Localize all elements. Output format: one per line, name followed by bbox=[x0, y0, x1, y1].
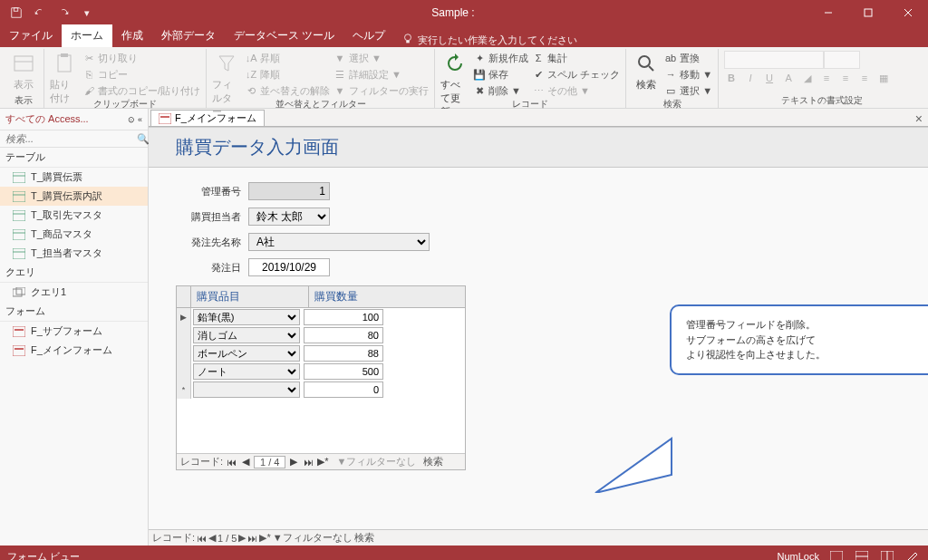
item-select[interactable]: 鉛筆(黒) bbox=[193, 309, 300, 325]
view-button[interactable]: 表示 bbox=[9, 51, 38, 92]
nav-item-table[interactable]: T_担当者マスタ bbox=[0, 244, 148, 263]
nav-new-button[interactable]: ▶* bbox=[316, 456, 329, 468]
nav-last-button[interactable]: ⏭ bbox=[302, 457, 314, 468]
nav-search[interactable]: 検索 bbox=[423, 455, 443, 468]
vendor-select[interactable]: A社 bbox=[248, 233, 430, 251]
paste-button[interactable]: 貼り付け bbox=[50, 51, 79, 105]
item-select[interactable] bbox=[193, 381, 300, 398]
tab-database-tools[interactable]: データベース ツール bbox=[225, 24, 343, 47]
undo-icon[interactable] bbox=[29, 3, 51, 23]
row-selector[interactable]: ▶ bbox=[177, 308, 191, 326]
find-button[interactable]: 検索 bbox=[632, 51, 661, 92]
selection-filter-button[interactable]: ▼選択 ▼ bbox=[334, 51, 429, 65]
nav-search[interactable]: 検索 bbox=[354, 531, 374, 545]
close-button[interactable] bbox=[888, 0, 928, 25]
design-view-icon[interactable] bbox=[904, 549, 921, 560]
totals-button[interactable]: Σ集計 bbox=[532, 51, 620, 65]
nav-first-button[interactable]: ⏮ bbox=[197, 533, 207, 544]
copy-button[interactable]: ⎘コピー bbox=[82, 67, 200, 82]
save-record-button[interactable]: 💾保存 bbox=[473, 67, 528, 82]
tab-file[interactable]: ファイル bbox=[0, 24, 62, 47]
advanced-filter-button[interactable]: ☰詳細設定 ▼ bbox=[334, 67, 429, 82]
row-selector[interactable] bbox=[177, 344, 191, 362]
minimize-button[interactable] bbox=[808, 0, 848, 25]
nav-item-table[interactable]: T_購買伝票 bbox=[0, 168, 148, 187]
item-select[interactable]: 消しゴム bbox=[193, 327, 300, 343]
goto-button[interactable]: →移動 ▼ bbox=[664, 67, 712, 82]
replace-button[interactable]: ab置換 bbox=[664, 51, 712, 65]
nav-position[interactable]: 1 / 5 bbox=[218, 533, 237, 544]
subform-row[interactable]: * bbox=[177, 381, 465, 399]
nav-search-input[interactable] bbox=[0, 130, 137, 147]
nav-item-form[interactable]: F_メインフォーム bbox=[0, 341, 148, 360]
nav-category-queries[interactable]: クエリ bbox=[0, 263, 148, 283]
subform-row[interactable]: ノート bbox=[177, 362, 465, 381]
tab-external-data[interactable]: 外部データ bbox=[152, 24, 225, 47]
tell-me[interactable]: 実行したい作業を入力してください bbox=[394, 33, 585, 47]
nav-prev-button[interactable]: ◀ bbox=[208, 532, 216, 544]
qat-customize-icon[interactable]: ▾ bbox=[76, 3, 98, 23]
nav-item-table[interactable]: T_購買伝票内訳 bbox=[0, 187, 148, 206]
cut-button[interactable]: ✂切り取り bbox=[82, 51, 200, 65]
font-color-button[interactable]: A bbox=[781, 72, 796, 87]
fill-color-button[interactable]: ◢ bbox=[800, 72, 815, 87]
qty-input[interactable] bbox=[304, 345, 383, 362]
item-select[interactable]: ノート bbox=[193, 363, 300, 380]
nav-next-button[interactable]: ▶ bbox=[238, 532, 246, 544]
document-tab[interactable]: F_メインフォーム bbox=[150, 110, 265, 126]
delete-record-button[interactable]: ✖削除 ▼ bbox=[473, 83, 528, 98]
more-records-button[interactable]: ⋯その他 ▼ bbox=[532, 83, 620, 98]
nav-header[interactable]: すべての Access... ⊙ « bbox=[0, 109, 148, 130]
save-icon[interactable] bbox=[5, 3, 27, 23]
bold-button[interactable]: B bbox=[724, 72, 739, 87]
clear-sort-button[interactable]: ⟲並べ替えの解除 bbox=[245, 83, 330, 98]
select-button[interactable]: ▭選択 ▼ bbox=[664, 83, 712, 98]
row-selector[interactable]: * bbox=[177, 381, 191, 399]
tab-help[interactable]: ヘルプ bbox=[343, 24, 394, 47]
row-selector[interactable] bbox=[177, 326, 191, 344]
row-selector[interactable] bbox=[177, 362, 191, 381]
qty-input[interactable] bbox=[304, 327, 383, 343]
person-select[interactable]: 鈴木 太郎 bbox=[248, 208, 330, 226]
subform-row[interactable]: 消しゴム bbox=[177, 326, 465, 344]
font-family-combo[interactable] bbox=[724, 51, 824, 69]
nav-category-forms[interactable]: フォーム bbox=[0, 302, 148, 322]
nav-item-form[interactable]: F_サブフォーム bbox=[0, 322, 148, 341]
sort-asc-button[interactable]: ↓A昇順 bbox=[245, 51, 330, 65]
nav-last-button[interactable]: ⏭ bbox=[247, 533, 257, 544]
nav-item-table[interactable]: T_商品マスタ bbox=[0, 225, 148, 244]
datasheet-view-icon[interactable] bbox=[854, 549, 870, 560]
nav-first-button[interactable]: ⏮ bbox=[225, 457, 237, 468]
qty-input[interactable] bbox=[304, 309, 383, 325]
nav-prev-button[interactable]: ◀ bbox=[239, 456, 252, 468]
align-left-button[interactable]: ≡ bbox=[819, 72, 834, 87]
align-right-button[interactable]: ≡ bbox=[857, 72, 872, 87]
spellcheck-button[interactable]: ✔スペル チェック bbox=[532, 67, 620, 82]
align-center-button[interactable]: ≡ bbox=[838, 72, 853, 87]
form-view-icon[interactable] bbox=[828, 549, 845, 560]
format-painter-button[interactable]: 🖌書式のコピー/貼り付け bbox=[82, 83, 200, 98]
nav-new-button[interactable]: ▶* bbox=[259, 532, 270, 544]
sort-desc-button[interactable]: ↓Z降順 bbox=[245, 67, 330, 82]
new-record-button[interactable]: ✦新規作成 bbox=[473, 51, 528, 65]
nav-position[interactable]: 1 / 4 bbox=[254, 456, 285, 468]
qty-input[interactable] bbox=[304, 381, 383, 398]
qty-input[interactable] bbox=[304, 363, 383, 380]
filter-button[interactable]: フィルター bbox=[212, 51, 241, 119]
nav-item-query[interactable]: クエリ1 bbox=[0, 283, 148, 302]
toggle-filter-button[interactable]: ▼フィルターの実行 bbox=[334, 83, 429, 98]
tab-home[interactable]: ホーム bbox=[62, 24, 112, 47]
font-size-combo[interactable] bbox=[824, 51, 860, 69]
nav-category-tables[interactable]: テーブル bbox=[0, 148, 148, 168]
gridlines-button[interactable]: ▦ bbox=[876, 72, 891, 87]
nav-next-button[interactable]: ▶ bbox=[287, 456, 300, 468]
nav-item-table[interactable]: T_取引先マスタ bbox=[0, 206, 148, 225]
date-field[interactable] bbox=[248, 258, 330, 276]
document-close-button[interactable]: × bbox=[910, 111, 928, 126]
italic-button[interactable]: I bbox=[743, 72, 758, 87]
redo-icon[interactable] bbox=[53, 3, 74, 23]
item-select[interactable]: ボールペン bbox=[193, 345, 300, 362]
maximize-button[interactable] bbox=[848, 0, 888, 25]
search-icon[interactable]: 🔍 bbox=[137, 130, 150, 147]
subform-row[interactable]: ▶鉛筆(黒) bbox=[177, 308, 465, 326]
